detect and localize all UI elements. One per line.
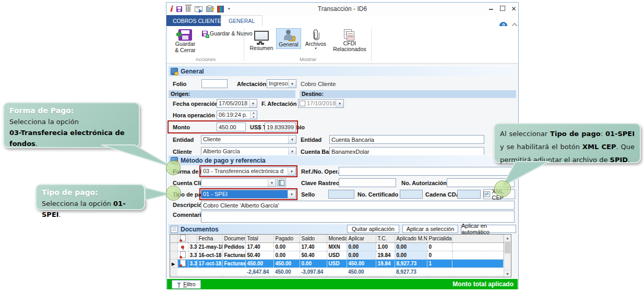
hora-operacion-spinner[interactable]: 06:19:24 p. ▲▼ [217,111,257,119]
general-button[interactable]: General [276,28,301,49]
lookup-icon [279,180,284,186]
save-new-icon: + [202,31,208,36]
status-message: Monto total aplicado [452,280,514,288]
folio-label: Folio [173,81,186,87]
no-certificado-input [400,190,423,199]
ribbon-group-mostrar: Mostrar [248,56,368,62]
ribbon-tab-strip: COBROS CLIENTE GENERAL ? [166,15,518,26]
tab-cobros-cliente[interactable]: COBROS CLIENTE [166,15,228,26]
ribbon-group-acciones: Acciones [172,56,240,62]
highlight-circle-xml-cep [494,180,511,197]
time-spinner[interactable]: ▲▼ [250,111,257,119]
dropdown-icon[interactable]: ▼ [288,148,296,155]
f-afectacion-checkbox[interactable] [299,100,305,107]
afectacion-label: Afectación [237,81,266,87]
sello-input [328,190,354,199]
current-row-marker: ▶ [172,262,175,266]
paperclip-icon [312,29,319,41]
no-autorizacion-label: No. Autorización [401,180,447,186]
hora-operacion-label: Hora operación [173,112,215,118]
cuenta-cliente-lookup-button[interactable] [277,178,286,187]
dropdown-icon[interactable]: ▼ [288,136,296,143]
sello-label: Sello [301,191,315,198]
clave-rastreo-label: Clave Rastreo [301,180,339,186]
maximize-button[interactable] [498,5,506,13]
table-header-row: Fecha Documento Total Pagado Saldo Moned… [170,235,504,243]
resumen-icon [254,31,269,41]
resumen-button[interactable]: Resumen [248,29,275,51]
table-row[interactable]: 3.3 16-oct-18 Facturas ... 50.40 0.00 50… [170,251,504,260]
general-icon [283,30,294,41]
dropdown-icon[interactable]: ▼ [288,190,295,198]
dropdown-icon[interactable]: ▼ [336,100,343,107]
destino-header: Destino: [300,90,516,98]
title-bar: i ▼ Transacción - ID6 ✕ [166,3,518,15]
tab-general[interactable]: GENERAL [221,15,263,26]
xml-icon: ⇄ [484,191,490,197]
general-section-header: General [169,66,516,76]
minimize-button[interactable] [487,5,495,13]
entidad-origen-combo[interactable]: Cliente ▼ [201,135,296,144]
cfdi-relacionados-button[interactable]: CFDI Relacionados [331,29,368,52]
clave-rastreo-input[interactable] [339,178,396,187]
entidad-destino-input[interactable] [329,135,484,144]
ref-label: Ref./No. Oper. [301,168,339,175]
filtro-button[interactable]: Filtro [172,280,201,289]
cobro-cliente-text: Cobro Cliente [301,81,336,87]
monto-label: Monto [173,124,190,130]
dropdown-icon[interactable]: ▼ [288,167,295,175]
scroll-down-button[interactable]: ▼ [504,270,511,277]
quitar-aplicacion-button[interactable]: Quitar aplicación [347,225,399,233]
tipo-pago-combo[interactable]: 01 - SPEI ▼ [201,190,296,199]
filter-icon [177,283,181,287]
general-section-icon [171,68,178,75]
comentarios-textarea[interactable] [201,211,515,223]
entidad-origen-label: Entidad [173,137,194,143]
documentos-table: Fecha Documento Total Pagado Saldo Moned… [170,235,504,276]
table-totals-row: -2,647.84 450.00 -3,097.84 450.00 8,927.… [170,268,504,276]
window-title: Transacción - ID6 [166,5,518,13]
f-afectacion-combo[interactable]: 17/10/2018 ▼ [298,99,344,108]
folio-input[interactable] [201,79,228,88]
dropdown-icon[interactable]: ▼ [268,179,276,187]
afectacion-combo[interactable]: Ingreso ▼ [267,79,296,88]
ref-no-oper-input[interactable] [339,167,515,176]
monto-input[interactable] [217,123,246,131]
documentos-section-icon [171,226,178,233]
dropdown-icon[interactable]: ▼ [249,100,257,107]
metodo-section-header: Método de pago y referencia [169,155,516,165]
fecha-operacion-combo[interactable]: 17/05/2018 ▼ [217,99,257,108]
scroll-up-button[interactable]: ▲ [504,235,511,242]
tipo-cambio-input[interactable] [265,123,296,131]
aplicar-automatico-button[interactable]: Aplicar en automático [461,225,516,233]
dropdown-icon[interactable]: ▼ [288,80,296,88]
highlight-circle-tipo-de-pago [166,186,181,201]
callout-tipo-de-pago: Tipo de pago: Selecciona la opción 01-SP… [35,184,145,210]
pin-icon [181,246,184,249]
aplicar-seleccion-button[interactable]: Aplicar a selección [402,225,458,233]
descripcion-input[interactable] [201,201,515,210]
archivos-button[interactable]: Archivos ▼ [302,29,329,50]
close-button[interactable]: ✕ [510,5,518,13]
table-row-selected[interactable]: ▶ 3.3 17-oct-18 Facturas ... 450.00 450.… [170,260,504,268]
status-bar: Filtro Monto total aplicado [167,279,518,289]
save-close-icon [178,29,192,41]
callout-xml-cep: Al seleccionar Tipo de pago: 01-SPEI y s… [494,123,641,163]
stamped-document-icon [180,260,186,266]
table-scrollbar[interactable]: ▲ ▼ [504,235,511,277]
document-column-icon [180,235,186,241]
f-afectacion-label: F. Afectación [261,101,296,107]
cuenta-cliente-combo[interactable]: ▼ [201,178,276,187]
cadena-cda-label: Cadena CDA [425,191,460,198]
entidad-destino-label: Entidad [301,137,321,143]
forma-pago-combo[interactable]: 03 - Transferencia electrónica d ▼ [201,167,296,176]
cliente-label: Cliente [173,149,192,155]
guardar-nuevo-button[interactable]: + Guardar & Nuevo [202,30,253,36]
cadena-cda-input [457,190,481,199]
guardar-cerrar-button[interactable]: Guardar & Cerrar [172,29,199,53]
scrollbar-thumb[interactable] [505,242,510,253]
no-certificado-label: No. Certificado [357,191,398,198]
table-row[interactable]: 3.3 21-may-18 Pedidos I... 17.40 0.00 17… [170,243,504,251]
fecha-operacion-label: Fecha operación [173,101,218,107]
stamped-document-icon [180,251,186,258]
